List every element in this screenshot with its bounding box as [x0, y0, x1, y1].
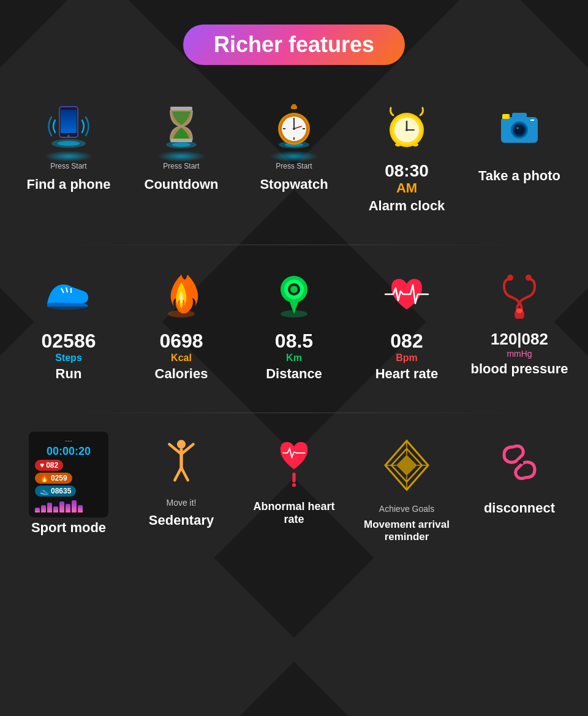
heart-rate-stat: 082 Bpm	[390, 330, 423, 364]
feature-abnormal-heart: Abnormal heart rate	[242, 432, 346, 526]
sedentary-label: Sedentary	[149, 512, 214, 528]
phone-icon	[44, 102, 93, 151]
svg-point-39	[516, 127, 519, 129]
location-icon	[270, 270, 318, 319]
chart-bar	[78, 505, 83, 512]
sport-cal-value: 0259	[51, 474, 67, 482]
feature-row-3: --- 00:00:20 ♥ 082 🔥 0259 👟	[12, 432, 576, 543]
sport-heart-value: 082	[46, 461, 58, 470]
feature-row-1: Press Start Find a phone	[12, 96, 576, 214]
svg-rect-4	[61, 110, 77, 133]
distance-unit: Km	[275, 352, 313, 364]
sport-heart-badge: ♥ 082	[35, 460, 63, 471]
sport-steps-badge: 👟 08635	[35, 486, 76, 497]
abnormal-heart-label: Abnormal heart rate	[242, 500, 346, 526]
alarm-ampm-value: AM	[385, 181, 429, 196]
svg-point-7	[172, 143, 190, 147]
sport-time: 00:00:20	[35, 445, 102, 458]
feature-stopwatch: Press Start Stopwatch	[242, 96, 346, 192]
distance-label: Distance	[266, 366, 322, 382]
feature-alarm: 08:30 AM Alarm clock	[355, 96, 459, 214]
find-phone-press-label: Press Start	[50, 162, 86, 170]
camera-icon: ⚡	[495, 102, 544, 151]
abnormal-heart-icon-area	[263, 432, 325, 493]
svg-rect-33	[512, 113, 527, 119]
svg-point-5	[67, 135, 70, 137]
find-phone-icon-area	[38, 96, 99, 157]
sedentary-icon-area	[151, 432, 212, 493]
svg-point-51	[526, 275, 532, 281]
heart-rate-number: 082	[390, 330, 423, 352]
heart-rate-label: Heart rate	[375, 366, 439, 382]
svg-point-52	[507, 275, 513, 281]
calories-label: Calories	[155, 366, 208, 382]
stopwatch-icon	[270, 102, 318, 151]
feature-sport-mode: --- 00:00:20 ♥ 082 🔥 0259 👟	[17, 432, 121, 536]
feature-sedentary: Move it! Sedentary	[129, 432, 233, 528]
flame-icon	[157, 270, 206, 319]
alarm-icon	[382, 102, 431, 151]
achieve-goals-sub: Achieve Goals	[379, 504, 434, 514]
bp-stat: 120|082 mmHg	[491, 330, 548, 359]
shoe-icon	[44, 270, 93, 319]
distance-stat: 08.5 Km	[275, 330, 313, 364]
svg-rect-13	[292, 104, 296, 107]
divider-2	[69, 413, 519, 413]
svg-text:⚡: ⚡	[505, 113, 511, 120]
chart-bar	[66, 504, 70, 512]
run-stat: 02586 Steps	[42, 330, 96, 364]
feature-disconnect: disconnect	[467, 432, 571, 516]
disconnect-icon-area	[489, 432, 550, 493]
heart-rate-icon-area	[376, 264, 437, 325]
feature-calories: 0698 Kcal Calories	[129, 264, 233, 382]
alarm-label: Alarm clock	[369, 198, 445, 214]
svg-line-66	[517, 460, 522, 465]
chart-bar	[53, 506, 58, 512]
svg-point-31	[405, 129, 408, 131]
movement-reminder-label: Movement arrival reminder	[355, 519, 459, 543]
svg-point-54	[516, 308, 522, 313]
sport-stat-cal: 🔥 0259	[35, 473, 102, 484]
svg-point-55	[177, 440, 186, 449]
calories-icon-area	[151, 264, 212, 325]
alarm-icon-area	[376, 96, 437, 157]
flame-icon-small: 🔥	[40, 474, 49, 482]
bp-icon-area	[489, 264, 550, 325]
heart-exclaim-icon	[270, 438, 318, 487]
move-label: Move it!	[166, 498, 196, 508]
chart-bar	[72, 500, 77, 512]
feature-row-2: 02586 Steps Run 0698 Kcal	[12, 264, 576, 382]
disconnect-label: disconnect	[484, 500, 555, 516]
calories-number: 0698	[159, 330, 203, 352]
hourglass-icon	[157, 102, 206, 151]
divider-1	[69, 245, 519, 245]
run-number: 02586	[42, 330, 96, 352]
run-unit: Steps	[42, 352, 96, 364]
sport-cal-badge: 🔥 0259	[35, 473, 72, 484]
run-label: Run	[56, 366, 82, 382]
feature-countdown: Press Start Countdown	[129, 96, 233, 192]
stopwatch-label: Stopwatch	[260, 177, 328, 192]
countdown-icon-area	[151, 96, 212, 157]
find-phone-label: Find a phone	[27, 177, 111, 192]
alarm-time-value: 08:30	[385, 162, 429, 181]
feature-movement-reminder: Achieve Goals Movement arrival reminder	[355, 432, 459, 543]
heart-icon: ♥	[40, 461, 44, 470]
sport-stat-steps: 👟 08635	[35, 486, 102, 497]
page-title-container: Richer features	[12, 25, 576, 65]
stopwatch-press-label: Press Start	[276, 162, 312, 170]
sport-stat-heart: ♥ 082	[35, 460, 102, 471]
feature-heart-rate: 082 Bpm Heart rate	[355, 264, 459, 382]
heart-rate-unit: Bpm	[390, 352, 423, 364]
feature-distance: 08.5 Km Distance	[242, 264, 346, 382]
chart-bar	[47, 503, 52, 512]
feature-run: 02586 Steps Run	[17, 264, 121, 382]
svg-point-57	[292, 483, 296, 487]
bp-number: 120|082	[491, 330, 548, 349]
sport-steps-value: 08635	[51, 487, 71, 495]
movement-reminder-icon-area	[376, 432, 437, 499]
svg-rect-8	[170, 107, 192, 110]
diamond-goal-icon	[379, 438, 434, 493]
photo-icon-area: ⚡	[489, 96, 550, 157]
svg-point-38	[514, 125, 524, 135]
